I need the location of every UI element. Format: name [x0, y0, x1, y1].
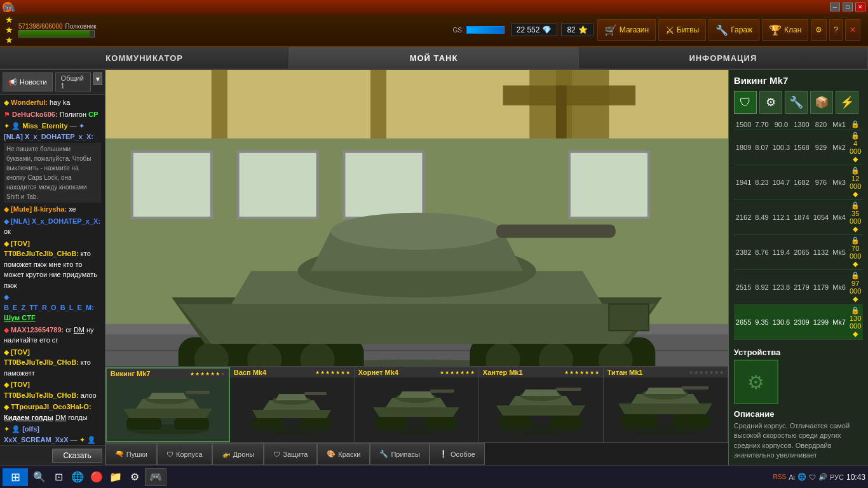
minimize-button[interactable]: ─ [830, 3, 840, 11]
garage-tank-hornet[interactable]: Хорнет Mk4 ★ ★ ★ ★ ★ ★ ★ [355, 367, 479, 442]
protection-button[interactable]: 🛡 Защита [264, 443, 317, 465]
special-icon: ❕ [439, 450, 448, 458]
right-panel: Викинг Mk7 🛡 ⚙ 🔧 📦 ⚡ [728, 70, 868, 465]
clan-button[interactable]: 🏆 Клан [762, 19, 808, 41]
table-row-current: 2655 9.35 130.6 2309 1299 Mk7 🔒 130 000 … [734, 305, 864, 340]
garage-tank-header-hornet: Хорнет Mk4 ★ ★ ★ ★ ★ ★ ★ [355, 367, 478, 377]
paints-label: Краски [338, 451, 360, 458]
section-my-tank[interactable]: МОЙ ТАНК [289, 47, 578, 69]
window-controls[interactable]: ─ □ ✕ [830, 3, 865, 11]
star-3: ★ [200, 371, 205, 377]
settings-button[interactable]: ⚙ [811, 19, 827, 41]
svg-marker-27 [178, 304, 655, 344]
svg-rect-41 [186, 391, 210, 394]
hull-icon: 🛡 [166, 451, 173, 458]
device-slot[interactable]: ⚙ [734, 360, 778, 404]
garage-label: Гараж [731, 25, 752, 34]
hs4: ★ [455, 370, 459, 376]
hs3: ★ [450, 370, 454, 376]
left-panel: 📢 Новости Общий 1 ▼ ◆ Wonderful: hay ka … [0, 70, 105, 465]
tab-news[interactable]: 📢 Новости [3, 72, 53, 92]
hs1: ★ [440, 370, 444, 376]
titan-image [604, 377, 728, 442]
icon-lightning[interactable]: ⚡ [836, 91, 858, 114]
section-info[interactable]: ИНФОРМАЦИЯ [579, 47, 868, 69]
guns-button[interactable]: 🔫 Пушки [105, 443, 157, 465]
list-item: ◆ TTpourpaJI_Oco3HaI-O: Кидаем голды DM … [4, 402, 101, 423]
hull-button[interactable]: 🛡 Корпуса [157, 443, 212, 465]
tab-dropdown-arrow[interactable]: ▼ [93, 72, 102, 85]
taskbar: ⊞ 🔍 ⊡ 🌐 🔴 📁 ⚙ 🎮 RSS Ai 🌐 🛡 🔊 РУС 10:43 [0, 465, 868, 488]
svg-rect-59 [499, 416, 532, 428]
icon-box[interactable]: 📦 [810, 91, 833, 114]
start-button[interactable]: ⊞ [3, 468, 28, 486]
svg-rect-11 [238, 152, 317, 218]
svg-rect-68 [673, 414, 710, 428]
list-item: ⚑ DeHuCko606: Полигон CP [4, 109, 101, 120]
taskbar-settings-icon[interactable]: ⚙ [126, 468, 144, 486]
list-item: ◆ [TOV] TT0BeJIuTeJIb_CHoB: кто паможетт [4, 347, 101, 379]
star-5: ★ [210, 371, 215, 377]
tab-general[interactable]: Общий 1 [55, 72, 91, 92]
taskbar-game-icon[interactable]: 🎮 [145, 468, 166, 486]
paints-icon: 🎨 [327, 450, 336, 458]
help-button[interactable]: ? [829, 19, 843, 41]
list-item: Не пишите большими буквами, пожалуйста. … [4, 143, 101, 203]
say-button[interactable]: Сказать [52, 449, 102, 463]
garage-tank-viking[interactable]: Викинг Mk7 ★ ★ ★ ★ ★ ★ ★ [105, 367, 230, 442]
svg-marker-64 [522, 390, 560, 396]
taskbar-ai-label: Ai [789, 473, 795, 481]
taskbar-red-icon[interactable]: 🔴 [88, 468, 105, 486]
chat-tabs: 📢 Новости Общий 1 ▼ [0, 70, 105, 95]
close-button[interactable]: ✕ [855, 3, 865, 11]
ws7: ★ [346, 370, 350, 376]
star-7: ★ [220, 371, 225, 377]
taskbar-taskview-icon[interactable]: ⊡ [50, 468, 67, 486]
icon-shield[interactable]: 🛡 [734, 91, 757, 114]
protection-icon: 🛡 [273, 451, 280, 458]
icon-wrench[interactable]: 🔧 [785, 91, 808, 114]
drones-icon: 🚁 [222, 450, 231, 458]
info-icons-row: 🛡 ⚙ 🔧 📦 ⚡ [734, 91, 864, 114]
svg-marker-40 [149, 393, 187, 399]
shop-button[interactable]: 🛒 Магазин [597, 19, 656, 41]
taskbar-ie-icon[interactable]: 🌐 [69, 468, 86, 486]
svg-point-24 [538, 341, 574, 366]
svg-rect-43 [252, 418, 283, 428]
paints-button[interactable]: 🎨 Краски [317, 443, 370, 465]
clan-icon: 🏆 [769, 24, 782, 36]
garage-tank-wasp[interactable]: Васп Mk4 ★ ★ ★ ★ ★ ★ ★ [230, 367, 355, 442]
taskbar-search-icon[interactable]: 🔍 [31, 468, 48, 486]
taskbar-folder-icon[interactable]: 📁 [107, 468, 125, 486]
battles-button[interactable]: ⚔ Битвы [658, 19, 706, 41]
svg-rect-44 [301, 418, 331, 428]
maximize-button[interactable]: □ [843, 3, 853, 11]
svg-point-31 [330, 213, 503, 250]
table-row: 1941 8.23 104.7 1682 976 Mk3 🔒 12 000 ◆ [734, 165, 864, 200]
supplies-label: Припасы [391, 451, 420, 458]
devices-section: Устройства ⚙ [734, 348, 864, 404]
garage-tank-titan[interactable]: Титан Mk1 ★ ★ ★ ★ ★ ★ ★ [604, 367, 728, 442]
garage-button[interactable]: 🔧 Гараж [709, 19, 759, 41]
garage-tank-hunter[interactable]: Хантер Mk1 ★ ★ ★ ★ ★ ★ ★ [479, 367, 604, 442]
list-item: ◆ MAX123654789: сг DM ну налитайте ето с… [4, 325, 101, 346]
svg-marker-56 [398, 391, 434, 398]
icon-gear[interactable]: ⚙ [759, 91, 782, 114]
hs6: ★ [465, 370, 470, 376]
exit-button[interactable]: ✕ [845, 19, 860, 41]
guns-label: Пушки [126, 451, 147, 458]
drones-button[interactable]: 🚁 Дроны [212, 443, 264, 465]
svg-rect-7 [503, 85, 635, 105]
supplies-button[interactable]: 🔧 Припасы [370, 443, 430, 465]
chat-messages[interactable]: ◆ Wonderful: hay ka ⚑ DeHuCko606: Полиго… [0, 95, 105, 445]
special-button[interactable]: ❕ Особое [430, 443, 485, 465]
ts6: ★ [714, 370, 719, 376]
stats-table: 1500 7.70 90.0 1300 820 Mk1 🔒 1809 8.07 … [734, 116, 864, 340]
section-communicator[interactable]: КОММУНИКАТОР [0, 47, 289, 69]
tank-bottom-actions: 🔫 Пушки 🛡 Корпуса 🚁 Дроны 🛡 Защита 🎨 Кра… [105, 442, 728, 465]
hus5: ★ [585, 370, 589, 376]
table-row: 1500 7.70 90.0 1300 820 Mk1 🔒 [734, 119, 864, 130]
list-item: ◆ B_E_Z_TT_R_O_B_L_E_M: Шум CTF [4, 292, 101, 323]
list-item: ◆ [TOV] TT0BeJIuTeJIb_CHoB: алоо [4, 379, 101, 400]
svg-rect-13 [569, 152, 649, 218]
